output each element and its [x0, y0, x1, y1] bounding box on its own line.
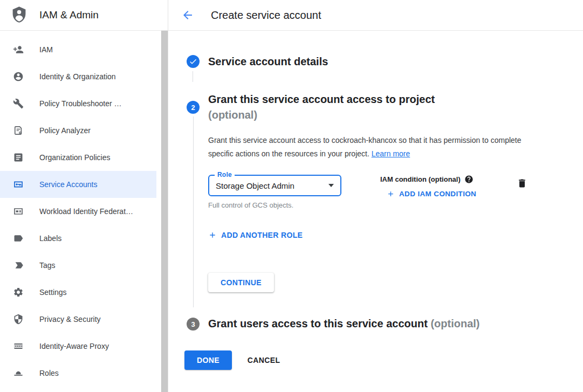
- step-2-title-text: Grant this service account access to pro…: [208, 93, 435, 105]
- step-2-grant-access: 2 Grant this service account access to p…: [187, 92, 583, 307]
- step-2-rail: 2: [187, 92, 200, 307]
- proxy-grid-icon: [13, 341, 24, 352]
- role-field-value: Storage Object Admin: [216, 181, 328, 190]
- sidebar-item-label: Policy Analyzer: [39, 126, 91, 135]
- sidebar-item-organization-policies[interactable]: Organization Policies: [0, 144, 156, 171]
- role-row: Role Storage Object Admin Full control o…: [208, 170, 527, 209]
- learn-more-link[interactable]: Learn more: [372, 149, 410, 158]
- tag-arrow-icon: [13, 260, 24, 271]
- step-2-title: Grant this service account access to pro…: [208, 92, 527, 123]
- badge-card-icon: [13, 206, 24, 217]
- sidebar-item-label: Workload Identity Federat…: [39, 207, 133, 216]
- step-3-title-text: Grant users access to this service accou…: [208, 318, 428, 329]
- step-2-description-text: Grant this service account access to coc…: [208, 136, 522, 158]
- add-another-role-label: ADD ANOTHER ROLE: [221, 231, 303, 239]
- sidebar: IAMIdentity & OrganizationPolicy Trouble…: [0, 31, 168, 392]
- sidebar-item-tags[interactable]: Tags: [0, 252, 156, 279]
- iam-condition-block: IAM condition (optional) ADD IAM CONDITI…: [380, 175, 476, 200]
- policy-analyzer-icon: [13, 125, 24, 136]
- sidebar-item-label: Service Accounts: [39, 180, 97, 189]
- product-header: IAM & Admin: [0, 0, 168, 30]
- sidebar-item-label: Identity & Organization: [39, 72, 116, 81]
- sidebar-item-label: Settings: [39, 288, 67, 297]
- cancel-button[interactable]: CANCEL: [248, 356, 280, 365]
- continue-button[interactable]: CONTINUE: [208, 273, 274, 292]
- step-2-indicator: 2: [187, 101, 200, 114]
- role-select[interactable]: Role Storage Object Admin: [208, 175, 341, 196]
- sidebar-item-label: Privacy & Security: [39, 315, 101, 324]
- help-icon[interactable]: [464, 175, 474, 184]
- role-field-label: Role: [215, 171, 235, 178]
- product-title: IAM & Admin: [39, 9, 99, 21]
- main-content: Service account details 2 Grant this ser…: [168, 31, 583, 392]
- step-3-grant-users-access: 3 Grant users access to this service acc…: [187, 316, 583, 332]
- add-another-role-button[interactable]: ADD ANOTHER ROLE: [208, 231, 303, 239]
- plus-icon: [208, 231, 217, 239]
- page-title: Create service account: [211, 9, 321, 22]
- sidebar-item-policy-analyzer[interactable]: Policy Analyzer: [0, 117, 156, 144]
- iam-condition-label: IAM condition (optional): [380, 175, 461, 183]
- sidebar-item-label: IAM: [39, 45, 53, 54]
- gear-icon: [13, 287, 24, 298]
- sidebar-item-label: Policy Troubleshooter …: [39, 99, 122, 108]
- sidebar-item-labels[interactable]: Labels: [0, 225, 156, 252]
- wrench-icon: [13, 98, 24, 109]
- sidebar-item-policy-troubleshooter[interactable]: Policy Troubleshooter …: [0, 90, 156, 117]
- account-circle-icon: [13, 71, 24, 82]
- hat-icon: [13, 368, 24, 379]
- step-1-service-account-details: Service account details: [187, 55, 583, 68]
- dropdown-caret-icon: [328, 184, 334, 187]
- page-header: Create service account: [168, 0, 583, 30]
- sidebar-item-settings[interactable]: Settings: [0, 279, 156, 306]
- delete-role-button[interactable]: [517, 178, 527, 189]
- sidebar-item-label: Roles: [39, 369, 59, 377]
- sidebar-item-label: Tags: [39, 261, 56, 270]
- back-arrow-icon[interactable]: [181, 9, 194, 22]
- label-tag-icon: [13, 233, 24, 244]
- step-2-description: Grant this service account access to coc…: [208, 134, 526, 161]
- form-actions: DONE CANCEL: [184, 350, 583, 370]
- step-1-completed-check-icon: [187, 55, 200, 68]
- step-1-title: Service account details: [208, 55, 328, 68]
- add-iam-condition-button[interactable]: ADD IAM CONDITION: [387, 190, 476, 198]
- sidebar-item-privacy-security[interactable]: Privacy & Security: [0, 306, 156, 333]
- stepper: Service account details 2 Grant this ser…: [168, 31, 583, 332]
- step-3-optional-label: (optional): [430, 318, 479, 329]
- sidebar-item-workload-identity-federat[interactable]: Workload Identity Federat…: [0, 198, 156, 225]
- step-connector-line: [193, 71, 193, 82]
- step-2-optional-label: (optional): [208, 107, 527, 123]
- step-3-number: 3: [191, 320, 195, 328]
- sidebar-item-roles[interactable]: Roles: [0, 360, 156, 387]
- sidebar-item-label: Labels: [39, 234, 61, 243]
- shield-half-icon: [13, 314, 24, 325]
- sidebar-scrollbar[interactable]: [161, 31, 168, 392]
- topbar: IAM & Admin Create service account: [0, 0, 583, 31]
- role-helper-text: Full control of GCS objects.: [208, 201, 341, 209]
- step-connector-line: [193, 116, 194, 307]
- sidebar-item-identity-aware-proxy[interactable]: Identity-Aware Proxy: [0, 333, 156, 360]
- done-button[interactable]: DONE: [184, 350, 232, 370]
- step-3-title: Grant users access to this service accou…: [208, 316, 480, 332]
- person-add-icon: [13, 44, 24, 55]
- sidebar-item-service-accounts[interactable]: Service Accounts: [0, 171, 156, 198]
- add-iam-condition-label: ADD IAM CONDITION: [399, 190, 476, 198]
- iam-shield-logo-icon: [11, 6, 28, 24]
- sidebar-item-identity-organization[interactable]: Identity & Organization: [0, 63, 156, 90]
- sidebar-item-iam[interactable]: IAM: [0, 36, 156, 63]
- sidebar-item-label: Identity-Aware Proxy: [39, 342, 109, 350]
- article-icon: [13, 152, 24, 163]
- key-card-icon: [13, 179, 24, 190]
- step-3-indicator: 3: [187, 318, 200, 331]
- sidebar-item-label: Organization Policies: [39, 153, 111, 162]
- step-2-number: 2: [191, 104, 195, 112]
- plus-icon: [387, 190, 395, 198]
